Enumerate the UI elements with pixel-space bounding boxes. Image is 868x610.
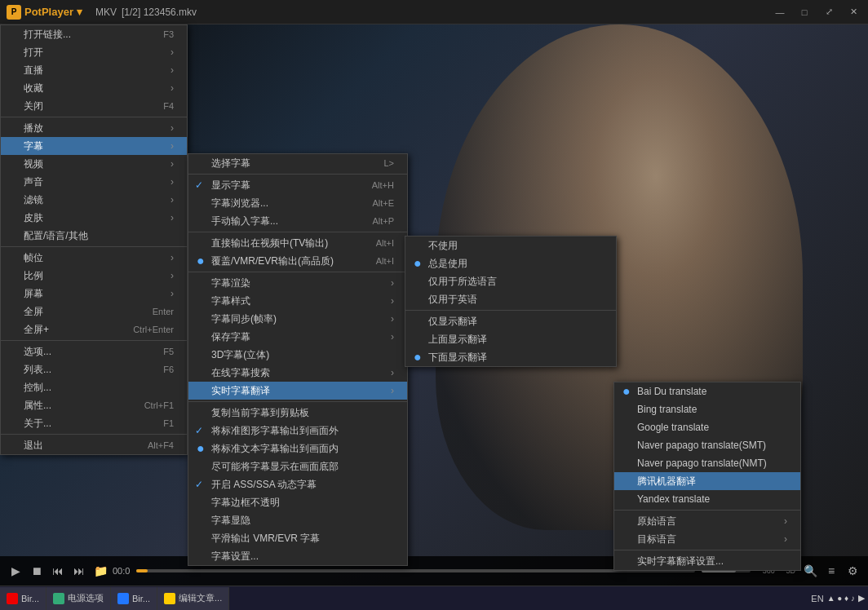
sub-smooth[interactable]: 平滑输出 VMR/EVR 字幕 [188, 529, 407, 547]
sub-save[interactable]: 保存字幕 › [188, 328, 407, 346]
menu-label: 播放 [24, 122, 43, 135]
menu-label: 目标语言 [637, 533, 676, 546]
menu-label: 仅用于英语 [428, 293, 477, 307]
menu-props[interactable]: 属性... Ctrl+F1 [1, 396, 187, 414]
menu-label: 字幕渲染 [211, 276, 250, 290]
menu-label: 显示字幕 [211, 179, 250, 192]
trans-tencent[interactable]: 腾讯机器翻译 [614, 472, 800, 490]
separator [1, 117, 187, 117]
menu-label: 滤镜 [24, 193, 43, 207]
trans-papago-smt[interactable]: Naver papago translate(SMT) [614, 436, 800, 454]
menu-label: 字幕显隐 [211, 514, 250, 528]
dot-icon: ● [414, 257, 422, 270]
trans-show-only[interactable]: 仅显示翻译 [405, 312, 616, 330]
sub-settings[interactable]: 字幕设置... [188, 547, 407, 565]
menu-close[interactable]: 关闭 F4 [1, 97, 187, 115]
sub-3d[interactable]: 3D字幕(立体) [188, 346, 407, 364]
trans-selected-lang[interactable]: 仅用于所选语言 [405, 272, 616, 290]
dot-icon: ● [197, 442, 205, 455]
menu-label: 比例 [24, 269, 43, 283]
menu-label: 直接输出在视频中(TV输出) [211, 236, 328, 250]
sub-show[interactable]: ✓ 显示字幕 Alt+H [188, 176, 407, 194]
sub-hide[interactable]: 字幕显隐 [188, 511, 407, 529]
sub-style[interactable]: 字幕样式 › [188, 292, 407, 310]
trans-papago-nmt[interactable]: Naver papago translate(NMT) [614, 454, 800, 472]
dot-icon: ● [622, 385, 631, 398]
menu-overlay[interactable]: 打开链接... F3 打开 › 直播 › 收藏 › 关闭 F4 播放 › 字幕 … [0, 0, 868, 610]
check-icon: ✓ [195, 425, 203, 436]
menu-ratio[interactable]: 比例 › [1, 267, 187, 285]
separator [188, 232, 407, 232]
check-icon: ✓ [195, 479, 203, 490]
trans-english-only[interactable]: 仅用于英语 [405, 290, 616, 308]
menu-label: 尽可能将字幕显示在画面底部 [211, 460, 339, 474]
menu-live[interactable]: 直播 › [1, 61, 187, 79]
menu-label: 关于... [24, 417, 51, 431]
menu-video[interactable]: 视频 › [1, 155, 187, 173]
trans-no-use[interactable]: 不使用 [405, 236, 616, 254]
menu-frame[interactable]: 帧位 › [1, 249, 187, 267]
menu-label: 控制... [24, 381, 51, 395]
menu-label: 字幕浏览器... [211, 197, 268, 210]
trans-yandex[interactable]: Yandex translate [614, 490, 800, 508]
separator [1, 434, 187, 435]
sub-vmr-out[interactable]: ● 覆盖/VMR/EVR输出(高品质) Alt+I [188, 252, 407, 270]
sub-output-in[interactable]: ● 将标准文本字幕输出到画面内 [188, 440, 407, 458]
menu-fullscreen[interactable]: 全屏 Enter [1, 303, 187, 320]
sub-select[interactable]: 选择字幕 L> [188, 154, 407, 172]
menu-subtitle[interactable]: 字幕 › [1, 137, 187, 155]
menu-audio[interactable]: 声音 › [1, 173, 187, 191]
menu-label: 不使用 [428, 239, 458, 253]
trans-show-top[interactable]: 上面显示翻译 [405, 330, 616, 348]
sub-input[interactable]: 手动输入字幕... Alt+P [188, 212, 407, 230]
menu-favorites[interactable]: 收藏 › [1, 79, 187, 97]
menu-about[interactable]: 关于... F1 [1, 414, 187, 432]
trans-tgt-lang[interactable]: 目标语言 › [614, 530, 800, 548]
trans-settings[interactable]: 实时字幕翻译设置... [614, 552, 800, 570]
menu-label: 选项... [24, 345, 51, 359]
menu-label: 声音 [24, 175, 43, 189]
menu-exit[interactable]: 退出 Alt+F4 [1, 436, 187, 454]
menu-label: 总是使用 [428, 257, 467, 271]
menu-list[interactable]: 列表... F6 [1, 360, 187, 378]
sub-copy[interactable]: 复制当前字幕到剪贴板 [188, 404, 407, 422]
menu-fullscreen-plus[interactable]: 全屏+ Ctrl+Enter [1, 320, 187, 338]
sub-browser[interactable]: 字幕浏览器... Alt+E [188, 194, 407, 212]
menu-label: 字幕样式 [211, 294, 250, 308]
menu-filter[interactable]: 滤镜 › [1, 191, 187, 209]
menu-label: 上面显示翻译 [428, 333, 487, 347]
menu-config[interactable]: 配置/语言/其他 [1, 227, 187, 245]
menu-label: 将标准图形字幕输出到画面外 [211, 424, 339, 438]
sub-border[interactable]: 字幕边框不透明 [188, 493, 407, 511]
sub-sync[interactable]: 字幕同步(帧率) › [188, 310, 407, 328]
sub-direct-out[interactable]: 直接输出在视频中(TV输出) Alt+I [188, 234, 407, 252]
menu-open-url[interactable]: 打开链接... F3 [1, 25, 187, 43]
trans-always[interactable]: ● 总是使用 [405, 254, 616, 272]
sub-bottom[interactable]: 尽可能将字幕显示在画面底部 [188, 458, 407, 475]
menu-label: 字幕同步(帧率) [211, 312, 277, 326]
sub-render[interactable]: 字幕渲染 › [188, 274, 407, 292]
sub-online-search[interactable]: 在线字幕搜索 › [188, 364, 407, 382]
trans-src-lang[interactable]: 原始语言 › [614, 512, 800, 530]
menu-label: 下面显示翻译 [428, 351, 487, 365]
menu-label: 原始语言 [637, 515, 676, 528]
menu-label: 选择字幕 [211, 157, 250, 170]
menu-label: 打开链接... [24, 28, 71, 42]
menu-screen[interactable]: 屏幕 › [1, 285, 187, 303]
menu-open[interactable]: 打开 › [1, 43, 187, 61]
menu-label: 全屏 [24, 305, 43, 319]
sub-ass[interactable]: ✓ 开启 ASS/SSA 动态字幕 [188, 475, 407, 493]
trans-google[interactable]: Google translate [614, 418, 800, 436]
menu-control[interactable]: 控制... [1, 378, 187, 396]
menu-skin[interactable]: 皮肤 › [1, 209, 187, 227]
menu-label: 字幕设置... [211, 550, 259, 564]
sub-output-out[interactable]: ✓ 将标准图形字幕输出到画面外 [188, 422, 407, 440]
trans-baidu[interactable]: ● Bai Du translate [614, 382, 800, 400]
menu-play[interactable]: 播放 › [1, 119, 187, 137]
menu-options[interactable]: 选项... F5 [1, 343, 187, 360]
trans-bing[interactable]: Bing translate [614, 400, 800, 418]
menu-label: 仅用于所选语言 [428, 275, 497, 289]
sub-realtime-trans[interactable]: 实时字幕翻译 › [188, 382, 407, 400]
menu-label: Bai Du translate [637, 386, 706, 397]
trans-show-bottom[interactable]: ● 下面显示翻译 [405, 348, 616, 366]
